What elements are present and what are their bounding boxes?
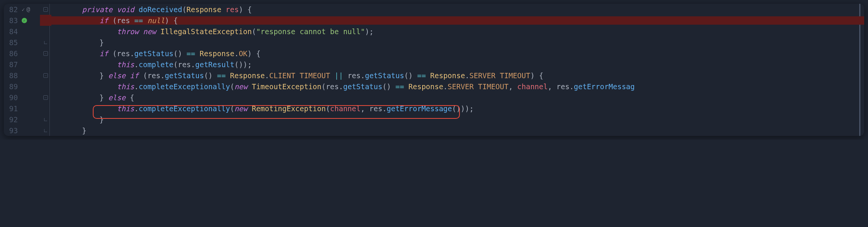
fold-collapse-icon[interactable]: −	[43, 7, 48, 12]
code-line-highlighted[interactable]: 83 if (res == null) {	[4, 15, 864, 26]
at-icon: @	[26, 6, 30, 13]
check-icon: ✓	[22, 6, 25, 13]
code-content[interactable]: }	[49, 38, 864, 47]
code-content[interactable]: if (res.getStatus() == Response.OK) {	[49, 49, 864, 58]
marker-area	[21, 18, 42, 23]
code-content[interactable]: }	[49, 126, 864, 135]
code-line[interactable]: 82 ✓ @ − private void doReceived(Respons…	[4, 4, 864, 15]
code-editor[interactable]: 82 ✓ @ − private void doReceived(Respons…	[4, 4, 864, 136]
line-number: 84	[4, 27, 21, 36]
line-number: 82	[4, 5, 21, 14]
code-content[interactable]: this.completeExceptionally(new RemotingE…	[49, 104, 864, 113]
fold-gutter[interactable]	[42, 129, 49, 132]
code-line[interactable]: 89 this.completeExceptionally(new Timeou…	[4, 81, 864, 92]
code-line[interactable]: 91 this.completeExceptionally(new Remoti…	[4, 103, 864, 114]
code-line[interactable]: 85 }	[4, 37, 864, 48]
line-number: 92	[4, 115, 21, 124]
code-line[interactable]: 87 this.complete(res.getResult());	[4, 59, 864, 70]
fold-gutter[interactable]: −	[42, 51, 49, 56]
code-line[interactable]: 88 − } else if (res.getStatus() == Respo…	[4, 70, 864, 81]
fold-collapse-icon[interactable]: −	[43, 51, 48, 56]
code-line[interactable]: 92 }	[4, 114, 864, 125]
code-content[interactable]: throw new IllegalStateException("respons…	[49, 27, 864, 36]
line-number: 89	[4, 82, 21, 91]
code-line[interactable]: 93 }	[4, 125, 864, 136]
line-number: 88	[4, 71, 21, 80]
code-content[interactable]: }	[49, 115, 864, 124]
line-number: 83	[4, 16, 21, 25]
fold-gutter[interactable]: −	[42, 73, 49, 78]
line-number: 86	[4, 49, 21, 58]
fold-end-icon	[44, 129, 47, 132]
line-number: 87	[4, 60, 21, 69]
fold-gutter[interactable]: −	[42, 95, 49, 100]
code-content[interactable]: this.completeExceptionally(new TimeoutEx…	[49, 82, 864, 91]
marker-area: ✓ @	[21, 6, 42, 13]
fold-end-icon	[44, 41, 47, 44]
breakpoint-icon[interactable]	[22, 18, 27, 23]
fold-collapse-icon[interactable]: −	[43, 95, 48, 100]
line-number: 91	[4, 104, 21, 113]
line-number: 93	[4, 126, 21, 135]
code-line[interactable]: 90 − } else {	[4, 92, 864, 103]
fold-gutter[interactable]	[42, 41, 49, 44]
code-content[interactable]: } else {	[49, 93, 864, 102]
code-line[interactable]: 86 − if (res.getStatus() == Response.OK)…	[4, 48, 864, 59]
line-number: 90	[4, 93, 21, 102]
fold-end-icon	[44, 118, 47, 121]
code-content[interactable]: private void doReceived(Response res) {	[49, 5, 864, 14]
code-content[interactable]: } else if (res.getStatus() == Response.C…	[49, 71, 864, 80]
fold-gutter[interactable]	[42, 118, 49, 121]
code-line[interactable]: 84 throw new IllegalStateException("resp…	[4, 26, 864, 37]
fold-collapse-icon[interactable]: −	[43, 73, 48, 78]
line-number: 85	[4, 38, 21, 47]
fold-gutter[interactable]: −	[42, 7, 49, 12]
code-content[interactable]: if (res == null) {	[49, 16, 864, 25]
code-content[interactable]: this.complete(res.getResult());	[49, 60, 864, 69]
